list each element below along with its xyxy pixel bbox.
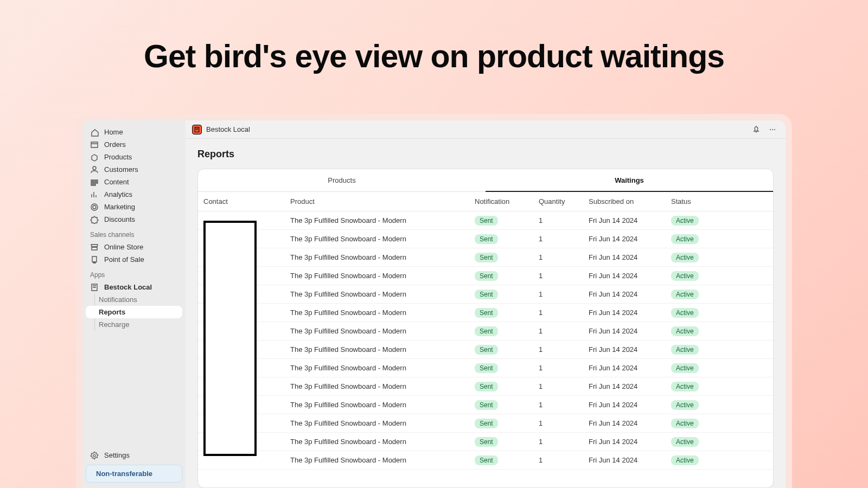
sidebar-item-label: Point of Sale [104,255,144,264]
sidebar-item-label: Online Store [104,243,143,251]
cell-status: Active [666,267,773,285]
topbar-app-name: Bestock Local [206,125,250,133]
sidebar-item-online-store[interactable]: Online Store [86,241,182,253]
cell-contact [198,377,285,396]
table-row[interactable]: The 3p Fulfilled Snowboard - ModernSent1… [198,451,773,470]
cell-notification: Sent [469,433,533,451]
table-row[interactable]: The 3p Fulfilled Snowboard - ModernSent1… [198,341,773,359]
nav-primary: HomeOrdersProductsCustomersContentAnalyt… [86,126,182,226]
cell-subscribed: Fri Jun 14 2024 [583,285,666,304]
topbar: Bestock Local [186,120,786,139]
cell-product: The 3p Fulfilled Snowboard - Modern [285,230,469,248]
notification-badge: Sent [475,271,498,281]
table-row[interactable]: The 3p Fulfilled Snowboard - ModernSent1… [198,433,773,451]
nav-section-sales[interactable]: Sales channels [86,226,182,241]
table-row[interactable]: The 3p Fulfilled Snowboard - ModernSent1… [198,211,773,230]
nav-section-apps[interactable]: Apps [86,266,182,281]
cell-product: The 3p Fulfilled Snowboard - Modern [285,285,469,304]
table-row[interactable]: The 3p Fulfilled Snowboard - ModernSent1… [198,322,773,341]
notification-badge: Sent [475,363,498,373]
cell-product: The 3p Fulfilled Snowboard - Modern [285,433,469,451]
table-row[interactable]: The 3p Fulfilled Snowboard - ModernSent1… [198,396,773,414]
analytics-icon [90,190,99,199]
table-row[interactable]: The 3p Fulfilled Snowboard - ModernSent1… [198,267,773,285]
pin-button[interactable] [750,123,763,136]
more-button[interactable] [766,123,779,136]
cell-product: The 3p Fulfilled Snowboard - Modern [285,359,469,377]
table-row[interactable]: The 3p Fulfilled Snowboard - ModernSent1… [198,359,773,377]
content-area: Reports Products Waitings Contact Produc… [186,139,786,488]
cell-subscribed: Fri Jun 14 2024 [583,230,666,248]
table-row[interactable]: The 3p Fulfilled Snowboard - ModernSent1… [198,377,773,396]
sidebar-item-home[interactable]: Home [86,126,182,138]
sidebar-item-label: Recharge [99,320,129,329]
tab-waitings[interactable]: Waitings [486,169,773,192]
cell-product: The 3p Fulfilled Snowboard - Modern [285,267,469,285]
cell-product: The 3p Fulfilled Snowboard - Modern [285,377,469,396]
cell-notification: Sent [469,414,533,433]
sidebar-subitem-notifications[interactable]: Notifications [86,293,182,306]
cell-quantity: 1 [533,414,583,433]
cell-status: Active [666,322,773,341]
cell-status: Active [666,248,773,267]
cell-quantity: 1 [533,359,583,377]
sidebar-subitem-reports[interactable]: Reports [86,306,182,318]
cell-status: Active [666,211,773,230]
cell-quantity: 1 [533,341,583,359]
cell-status: Active [666,396,773,414]
sidebar-item-label: Orders [104,140,126,149]
col-contact[interactable]: Contact [198,192,285,211]
table-row[interactable]: The 3p Fulfilled Snowboard - ModernSent1… [198,285,773,304]
cell-notification: Sent [469,211,533,230]
sidebar-item-point-of-sale[interactable]: Point of Sale [86,253,182,266]
table-row[interactable]: The 3p Fulfilled Snowboard - ModernSent1… [198,304,773,322]
cell-product: The 3p Fulfilled Snowboard - Modern [285,248,469,267]
status-badge: Active [671,253,699,262]
cell-status: Active [666,230,773,248]
cell-subscribed: Fri Jun 14 2024 [583,359,666,377]
cell-status: Active [666,359,773,377]
sidebar-item-content[interactable]: Content [86,176,182,188]
notification-badge: Sent [475,382,498,391]
table-row[interactable]: The 3p Fulfilled Snowboard - ModernSent1… [198,230,773,248]
cell-contact [198,396,285,414]
cell-notification: Sent [469,285,533,304]
nav-app-sub: NotificationsReportsRecharge [86,293,182,331]
col-product[interactable]: Product [285,192,469,211]
sidebar-item-discounts[interactable]: Discounts [86,213,182,226]
hero-headline: Get bird's eye view on product waitings [0,38,868,75]
sidebar-item-products[interactable]: Products [86,151,182,163]
cell-subscribed: Fri Jun 14 2024 [583,341,666,359]
sidebar-item-orders[interactable]: Orders [86,138,182,151]
cell-contact [198,322,285,341]
cell-quantity: 1 [533,248,583,267]
notification-badge: Sent [475,234,498,244]
app-logo-icon [192,125,202,134]
sidebar-item-bestock-local[interactable]: Bestock Local [86,281,182,293]
table-row[interactable]: The 3p Fulfilled Snowboard - ModernSent1… [198,414,773,433]
tab-products[interactable]: Products [198,169,486,192]
sales-channels-label: Sales channels [90,231,134,239]
cell-quantity: 1 [533,304,583,322]
cell-status: Active [666,341,773,359]
sidebar-item-analytics[interactable]: Analytics [86,188,182,201]
table-row[interactable]: The 3p Fulfilled Snowboard - ModernSent1… [198,248,773,267]
col-quantity[interactable]: Quantity [533,192,583,211]
sidebar-item-customers[interactable]: Customers [86,163,182,176]
sidebar-item-settings[interactable]: Settings [86,449,182,461]
cell-contact [198,248,285,267]
sidebar-item-label: Home [104,128,123,136]
sidebar-item-label: Content [104,178,129,186]
col-status[interactable]: Status [666,192,773,211]
notification-badge: Sent [475,419,498,428]
col-subscribed[interactable]: Subscribed on [583,192,666,211]
sidebar-subitem-recharge[interactable]: Recharge [86,318,182,331]
sidebar-item-marketing[interactable]: Marketing [86,201,182,213]
cell-subscribed: Fri Jun 14 2024 [583,211,666,230]
products-icon [90,153,99,162]
cell-contact [198,341,285,359]
cell-contact [198,433,285,451]
cell-contact [198,359,285,377]
col-notification[interactable]: Notification [469,192,533,211]
non-transferable-notice[interactable]: Non-transferable [86,465,182,483]
